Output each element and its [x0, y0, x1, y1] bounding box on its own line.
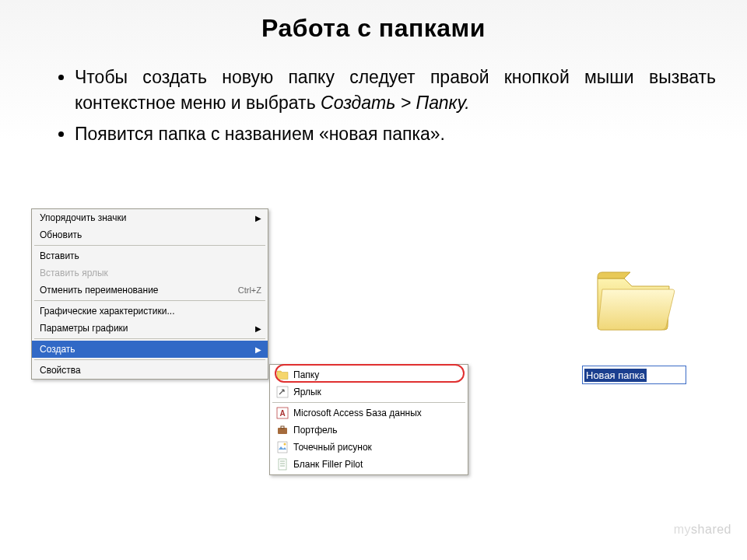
bullet-2: Появится папка с названием «новая папка»…: [75, 121, 716, 147]
page-title: Работа с папками: [0, 0, 747, 43]
svg-rect-0: [277, 387, 288, 397]
shortcut-icon: [276, 386, 289, 398]
menu-arrange-icons[interactable]: Упорядочить значки ▶: [32, 209, 268, 226]
menu-graphics-characteristics[interactable]: Графические характеристики...: [32, 303, 268, 320]
svg-rect-4: [281, 426, 284, 429]
folder-large-icon[interactable]: [591, 264, 677, 334]
submenu-label: Папку: [293, 369, 319, 380]
menu-label: Свойства: [40, 365, 261, 376]
submenu-label: Бланк Filler Pilot: [293, 459, 363, 470]
menu-refresh[interactable]: Обновить: [32, 226, 268, 243]
access-icon: A: [276, 407, 289, 419]
submenu-label: Портфель: [293, 425, 338, 436]
bullet-list: Чтобы создать новую папку следует правой…: [44, 65, 716, 147]
menu-paste[interactable]: Вставить: [32, 247, 268, 264]
new-folder-text-selected: Новая папка: [584, 369, 647, 382]
separator: [34, 300, 265, 301]
menu-label: Обновить: [40, 229, 261, 240]
bitmap-icon: [276, 441, 289, 453]
submenu-filler-pilot[interactable]: Бланк Filler Pilot: [272, 456, 466, 473]
menu-label: Графические характеристики...: [40, 306, 261, 317]
briefcase-icon: [276, 424, 289, 436]
menu-label: Упорядочить значки: [40, 212, 255, 223]
menu-paste-shortcut: Вставить ярлык: [32, 264, 268, 282]
separator: [34, 359, 265, 360]
context-menu: Упорядочить значки ▶ Обновить Вставить В…: [31, 208, 268, 380]
menu-create[interactable]: Создать ▶: [32, 341, 268, 358]
watermark: myshared: [674, 523, 731, 537]
menu-properties[interactable]: Свойства: [32, 362, 268, 379]
submenu-briefcase[interactable]: Портфель: [272, 422, 466, 439]
create-submenu: Папку Ярлык A Microsoft Access База данн…: [269, 364, 468, 475]
separator: [272, 402, 465, 403]
submenu-shortcut[interactable]: Ярлык: [272, 383, 466, 401]
menu-label: Вставить: [40, 250, 261, 261]
chevron-right-icon: ▶: [255, 214, 261, 222]
separator: [34, 245, 265, 246]
chevron-right-icon: ▶: [255, 345, 261, 354]
new-folder-name-input[interactable]: Новая папка: [582, 366, 686, 384]
submenu-label: Microsoft Access База данных: [293, 408, 422, 418]
menu-label: Отменить переименование: [40, 285, 238, 296]
svg-point-6: [284, 443, 286, 446]
submenu-access[interactable]: A Microsoft Access База данных: [272, 404, 466, 422]
submenu-folder[interactable]: Папку: [272, 366, 466, 383]
chevron-right-icon: ▶: [255, 324, 261, 333]
bullet-1-italic: Создать > Папку.: [321, 93, 470, 113]
menu-graphics-params[interactable]: Параметры графики ▶: [32, 320, 268, 337]
menu-undo-rename[interactable]: Отменить переименование Ctrl+Z: [32, 282, 268, 299]
svg-rect-5: [278, 442, 287, 453]
separator: [34, 338, 265, 339]
menu-label: Вставить ярлык: [40, 268, 261, 278]
svg-text:A: A: [279, 409, 285, 418]
menu-label: Параметры графики: [40, 323, 255, 334]
bullet-1: Чтобы создать новую папку следует правой…: [75, 65, 716, 117]
svg-rect-7: [279, 459, 286, 470]
submenu-label: Ярлык: [293, 387, 321, 397]
menu-shortcut: Ctrl+Z: [238, 285, 261, 295]
menu-label: Создать: [40, 344, 255, 355]
submenu-label: Точечный рисунок: [293, 442, 372, 453]
folder-icon: [276, 369, 289, 381]
submenu-bitmap[interactable]: Точечный рисунок: [272, 439, 466, 456]
document-icon: [276, 458, 289, 471]
